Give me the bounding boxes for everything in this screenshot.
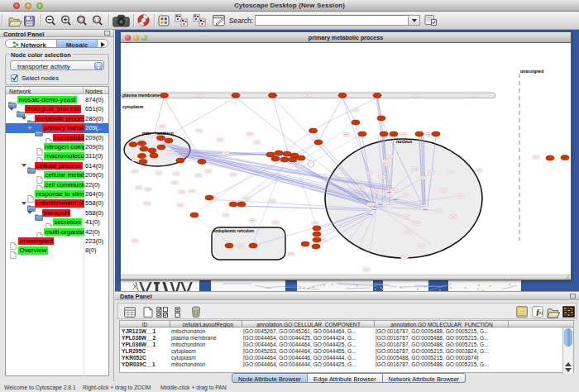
- svg-text:cytoplasm: cytoplasm: [122, 104, 144, 109]
- svg-text:nucleus: nucleus: [396, 139, 412, 144]
- svg-text:endoplasmic reticulum: endoplasmic reticulum: [213, 229, 254, 233]
- svg-text:unassigned: unassigned: [520, 69, 543, 74]
- svg-text:(x): (x): [538, 310, 543, 316]
- svg-text:1:1: 1:1: [94, 17, 100, 22]
- svg-text:mitochondrion: mitochondrion: [142, 131, 174, 136]
- svg-text:plasma membrane: plasma membrane: [122, 93, 160, 98]
